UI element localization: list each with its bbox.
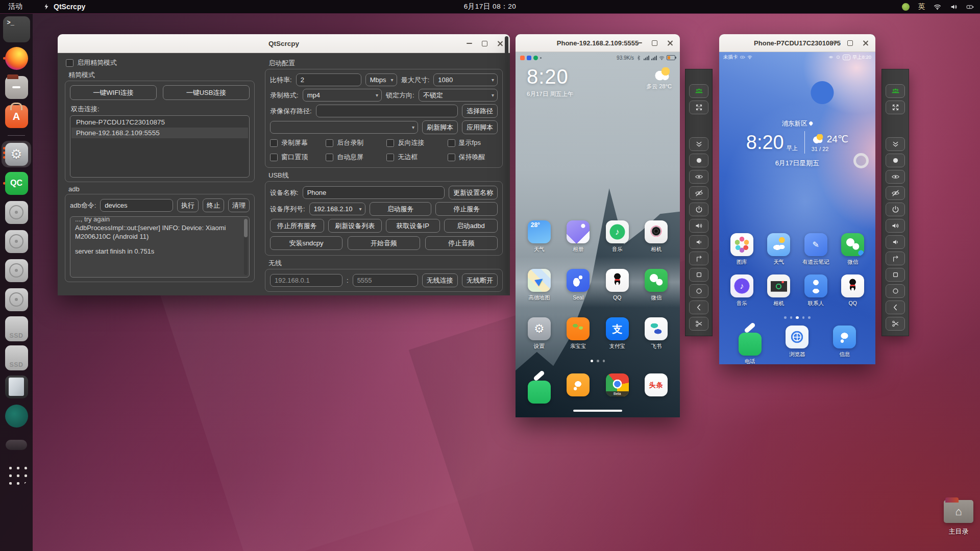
keyboard-layout-indicator[interactable]: 英 — [918, 2, 925, 11]
app-music[interactable]: ♪ 音乐 — [600, 220, 634, 253]
screenshot-button[interactable] — [689, 154, 708, 167]
dock-disk-1[interactable] — [2, 199, 31, 226]
app-weather2[interactable]: 天气 — [762, 233, 796, 266]
app-youdao-note[interactable]: ✎ 有道云笔记 — [798, 233, 833, 266]
checkbox-box[interactable] — [448, 154, 455, 161]
checkbox-box[interactable] — [326, 154, 333, 161]
app-icon[interactable]: 支 — [606, 317, 629, 340]
volume-up-button[interactable] — [689, 219, 708, 233]
app-icon[interactable] — [833, 325, 856, 348]
screen-off-button[interactable] — [886, 186, 905, 200]
app-qq2[interactable]: QQ — [836, 274, 870, 307]
dock-show-applications[interactable] — [2, 461, 31, 487]
app-icon[interactable] — [567, 269, 590, 292]
device-item-wifi[interactable]: Phone-192.168.2.109:5555 — [71, 128, 248, 138]
clock-menu[interactable]: 6月17日 08：20 — [0, 2, 980, 11]
screen-off-button[interactable] — [689, 186, 708, 200]
minimize-icon[interactable] — [636, 42, 642, 43]
app-wechat2[interactable]: 微信 — [836, 233, 870, 266]
checkbox-always-on-top[interactable]: 窗口置顶 — [270, 153, 323, 162]
dock2-messages[interactable]: 信息 — [827, 325, 862, 364]
adb-run-button[interactable]: 执行 — [177, 198, 199, 212]
app-icon[interactable] — [528, 381, 551, 404]
script-select[interactable] — [270, 121, 418, 134]
app-icon[interactable] — [645, 220, 668, 243]
stop-all-services-button[interactable]: 停止所有服务 — [270, 219, 324, 233]
checkbox-box[interactable] — [270, 139, 278, 147]
app-switch-button[interactable] — [689, 268, 708, 282]
app-icon[interactable]: 头条 — [645, 373, 668, 396]
rotate-screen-button[interactable] — [886, 252, 905, 265]
app-icon[interactable] — [739, 333, 762, 356]
bitrate-unit-select[interactable]: Mbps — [365, 73, 397, 86]
app-qinbaobao[interactable]: 亲宝宝 — [561, 317, 596, 350]
dock-tablet[interactable] — [2, 373, 31, 400]
device-name-input[interactable]: Phone — [303, 186, 445, 199]
app-icon[interactable] — [767, 233, 790, 256]
dock-app-toutiao[interactable]: 头条 — [639, 373, 674, 404]
device-group-button[interactable] — [689, 84, 708, 98]
home-button[interactable] — [886, 284, 905, 298]
app-contacts[interactable]: 联系人 — [798, 274, 833, 307]
back-button[interactable] — [689, 300, 708, 314]
app-feishu[interactable]: 飞书 — [639, 317, 674, 350]
dock-ubuntu-software[interactable]: A — [2, 103, 31, 130]
screen-on-button[interactable] — [689, 170, 708, 184]
adb-log-output[interactable]: ..., try againAdbProcessImpl::out:[serve… — [70, 216, 250, 278]
fullscreen-button[interactable] — [689, 101, 708, 114]
home-folder-desktop-icon[interactable]: ⌂ 主目录 — [937, 500, 980, 536]
checkbox-show-fps[interactable]: 显示fps — [448, 138, 498, 147]
app-icon[interactable] — [567, 220, 590, 243]
max-size-select[interactable]: 1080 — [433, 73, 498, 86]
app-icon[interactable] — [730, 233, 753, 256]
dock-disk-2[interactable] — [2, 228, 31, 255]
volume-up-button[interactable] — [886, 219, 905, 233]
checkbox-keep-awake[interactable]: 保持唤醒 — [448, 153, 498, 162]
screenshot-button[interactable] — [886, 154, 905, 167]
app-camera[interactable]: 相机 — [639, 220, 674, 253]
close-icon[interactable] — [667, 40, 673, 46]
maximize-icon[interactable] — [652, 40, 657, 46]
dock-qtscrcpy[interactable]: QC — [2, 170, 31, 196]
app-amap[interactable]: ▶ 高德地图 — [522, 269, 556, 302]
app-icon[interactable] — [645, 317, 668, 340]
minimize-icon[interactable] — [832, 42, 838, 43]
dock-separator[interactable] — [2, 132, 31, 138]
app-icon[interactable] — [567, 317, 590, 340]
wireless-ip-input[interactable]: 192.168.0.1 — [270, 274, 342, 287]
app-icon[interactable] — [645, 269, 668, 292]
choose-path-button[interactable]: 选择路径 — [462, 104, 498, 118]
refresh-device-list-button[interactable]: 刷新设备列表 — [328, 219, 382, 233]
app-icon[interactable]: Beta — [606, 373, 629, 396]
device-list[interactable]: Phone-P7CDU17C23010875Phone-192.168.2.10… — [70, 115, 250, 178]
stop-audio-button[interactable]: 停止音频 — [425, 236, 498, 250]
one-key-usb-connect-button[interactable]: 一键USB连接 — [163, 85, 250, 100]
checkbox-box[interactable] — [448, 139, 455, 147]
app-icon[interactable] — [786, 325, 808, 348]
volume-down-button[interactable] — [886, 235, 905, 249]
app-icon[interactable] — [767, 274, 790, 297]
dock2-phone[interactable]: 电话 — [732, 325, 767, 364]
app-icon[interactable]: ▶ — [528, 269, 551, 292]
dock-ssd-2[interactable]: SSD — [2, 344, 31, 371]
device-item-usb[interactable]: Phone-P7CDU17C23010875 — [71, 117, 248, 128]
stop-service-button[interactable]: 停止服务 — [435, 202, 498, 216]
dock-files[interactable] — [2, 74, 31, 101]
dock-terminal[interactable]: >_ — [2, 16, 31, 42]
phone2-screen[interactable]: 未插卡 97 早上8:20 浦东新区 8:20 早上 — [719, 52, 875, 364]
wireless-port-input[interactable]: 5555 — [353, 274, 418, 287]
close-icon[interactable] — [863, 40, 869, 46]
update-device-name-button[interactable]: 更新设置名称 — [449, 186, 498, 199]
app-icon[interactable] — [567, 373, 590, 396]
dock-app-messages[interactable] — [561, 373, 596, 404]
app-switch-button[interactable] — [886, 268, 905, 282]
back-button[interactable] — [886, 300, 905, 314]
dock-green-app[interactable] — [2, 403, 31, 429]
start-adbd-button[interactable]: 启动adbd — [444, 219, 498, 233]
dock-settings[interactable]: ⚙ — [2, 141, 31, 167]
power-button[interactable] — [886, 203, 905, 216]
enable-simple-mode-checkbox[interactable]: 启用精简模式 — [66, 58, 255, 67]
dock-app-phone[interactable] — [522, 373, 556, 404]
bitrate-input[interactable]: 2 — [296, 73, 361, 86]
app-icon[interactable]: ✎ — [804, 233, 827, 256]
